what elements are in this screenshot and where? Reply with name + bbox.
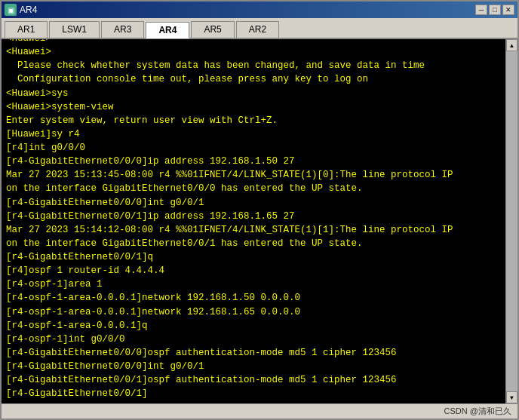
terminal-line: [r4-GigabitEthernet0/0/0]ospf authentica… (6, 346, 501, 360)
terminal-line: [r4-ospf-1-area-0.0.0.1]network 192.168.… (6, 291, 501, 305)
tab-ar4[interactable]: AR4 (146, 22, 189, 38)
tab-lsw1[interactable]: LSW1 (49, 21, 100, 38)
terminal-area: <Huawei><Huawei> Please check whether sy… (2, 39, 517, 403)
tab-ar2[interactable]: AR2 (236, 21, 279, 38)
terminal-line: Mar 27 2023 15:14:12-08:00 r4 %%01IFNET/… (6, 223, 501, 237)
terminal-line: [r4-GigabitEthernet0/0/1]ip address 192.… (6, 210, 501, 223)
terminal-line: [r4-GigabitEthernet0/0/0]int g0/0/1 (6, 360, 501, 373)
terminal-line: [r4-GigabitEthernet0/0/0]int g0/0/1 (6, 196, 501, 210)
window-title: AR4 (20, 5, 37, 15)
main-window: ▣ AR4 ─ □ ✕ AR1 LSW1 AR3 AR4 AR5 AR2 <Hu… (0, 0, 519, 420)
terminal-line: [r4-ospf-1-area-0.0.0.1]q (6, 319, 501, 333)
tab-ar3[interactable]: AR3 (101, 21, 144, 38)
terminal-line: Configuration console time out, please p… (6, 72, 501, 86)
vertical-scrollbar[interactable]: ▲ ▼ (505, 39, 517, 403)
scroll-up-button[interactable]: ▲ (506, 39, 517, 51)
terminal-line: <Huawei> (6, 45, 501, 59)
terminal-line: [r4]int g0/0/0 (6, 141, 501, 155)
terminal-line: [r4-ospf-1]area 1 (6, 277, 501, 291)
status-bar: CSDN @清和已久 (2, 403, 517, 418)
terminal-line: <Huawei>sys (6, 87, 501, 100)
terminal-line: [r4-GigabitEthernet0/0/0]ip address 192.… (6, 155, 501, 168)
terminal-line: [r4-ospf-1]int g0/0/0 (6, 333, 501, 346)
maximize-button[interactable]: □ (489, 5, 501, 15)
minimize-button[interactable]: ─ (475, 5, 487, 15)
tab-ar5[interactable]: AR5 (191, 21, 234, 38)
tab-bar: AR1 LSW1 AR3 AR4 AR5 AR2 (2, 18, 517, 39)
close-button[interactable]: ✕ (502, 5, 514, 15)
terminal-line: <Huawei>system-view (6, 100, 501, 114)
terminal-line: Enter system view, return user view with… (6, 114, 501, 127)
title-bar-left: ▣ AR4 (5, 4, 37, 16)
terminal-line: [r4-GigabitEthernet0/0/1] (6, 387, 501, 400)
terminal-line: [r4]ospf 1 router-id 4.4.4.4 (6, 264, 501, 277)
tab-ar1[interactable]: AR1 (5, 21, 48, 38)
scroll-track[interactable] (506, 51, 517, 391)
terminal-line: [r4-ospf-1-area-0.0.0.1]network 192.168.… (6, 305, 501, 319)
title-controls: ─ □ ✕ (475, 5, 514, 15)
terminal-line: [r4-GigabitEthernet0/0/1]ospf authentica… (6, 373, 501, 387)
terminal-line: [Huawei]sy r4 (6, 127, 501, 141)
watermark-text: CSDN @清和已久 (444, 406, 511, 417)
terminal-line: Please check whether system data has bee… (6, 59, 501, 72)
terminal-line: Mar 27 2023 15:13:45-08:00 r4 %%01IFNET/… (6, 168, 501, 182)
terminal-line: on the interface GigabitEthernet0/0/1 ha… (6, 237, 501, 250)
scroll-down-button[interactable]: ▼ (506, 391, 517, 403)
terminal-line: <Huawei> (6, 39, 501, 45)
terminal-line: on the interface GigabitEthernet0/0/0 ha… (6, 182, 501, 195)
app-icon: ▣ (5, 4, 17, 16)
terminal-line: [r4-GigabitEthernet0/0/1]q (6, 250, 501, 264)
title-bar: ▣ AR4 ─ □ ✕ (2, 2, 517, 18)
terminal[interactable]: <Huawei><Huawei> Please check whether sy… (2, 39, 505, 403)
